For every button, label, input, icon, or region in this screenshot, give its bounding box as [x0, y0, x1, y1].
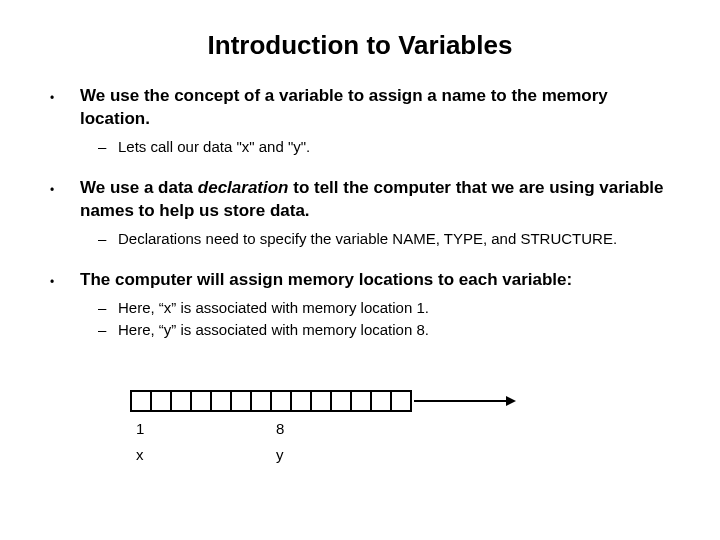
memory-cell: [290, 390, 312, 412]
memory-cell: [390, 390, 412, 412]
sub-text: Here, “y” is associated with memory loca…: [118, 320, 429, 340]
bullet-item: • We use the concept of a variable to as…: [50, 85, 670, 171]
memory-cell: [250, 390, 272, 412]
bullet-body: We use the concept of a variable to assi…: [80, 85, 670, 171]
memory-cell: [170, 390, 192, 412]
sub-item: – Here, “x” is associated with memory lo…: [98, 298, 670, 318]
bullet-marker: •: [50, 85, 80, 171]
bullet-item: • The computer will assign memory locati…: [50, 269, 670, 354]
variable-row: x y: [130, 446, 560, 466]
memory-cell: [330, 390, 352, 412]
memory-cell: [310, 390, 332, 412]
index-label: 1: [136, 420, 144, 437]
bullet-body: We use a data declaration to tell the co…: [80, 177, 670, 263]
variable-label: x: [136, 446, 144, 463]
sub-text: Declarations need to specify the variabl…: [118, 229, 617, 249]
variable-label: y: [276, 446, 284, 463]
memory-cell: [190, 390, 212, 412]
lead-text: The computer will assign memory location…: [80, 270, 572, 289]
sub-text: Lets call our data "x" and "y".: [118, 137, 310, 157]
memory-cell: [370, 390, 392, 412]
sub-list: – Here, “x” is associated with memory lo…: [80, 298, 670, 341]
sub-item: – Lets call our data "x" and "y".: [98, 137, 670, 157]
bullet-list: • We use the concept of a variable to as…: [50, 85, 670, 355]
lead-text-em: declaration: [198, 178, 289, 197]
dash-marker: –: [98, 137, 118, 157]
slide: Introduction to Variables • We use the c…: [0, 0, 720, 540]
sub-text: Here, “x” is associated with memory loca…: [118, 298, 429, 318]
dash-marker: –: [98, 229, 118, 249]
memory-diagram: 1 8 x y: [130, 390, 560, 466]
bullet-marker: •: [50, 177, 80, 263]
memory-cell: [350, 390, 372, 412]
bullet-marker: •: [50, 269, 80, 354]
sub-list: – Lets call our data "x" and "y".: [80, 137, 670, 157]
memory-cell: [270, 390, 292, 412]
index-row: 1 8: [130, 420, 560, 440]
bullet-lead: We use a data declaration to tell the co…: [80, 177, 670, 223]
memory-cell: [230, 390, 252, 412]
dash-marker: –: [98, 298, 118, 318]
dash-marker: –: [98, 320, 118, 340]
bullet-item: • We use a data declaration to tell the …: [50, 177, 670, 263]
bullet-lead: We use the concept of a variable to assi…: [80, 85, 670, 131]
memory-cells: [130, 390, 560, 412]
memory-cell: [150, 390, 172, 412]
sub-item: – Declarations need to specify the varia…: [98, 229, 670, 249]
bullet-lead: The computer will assign memory location…: [80, 269, 670, 292]
lead-text: We use the concept of a variable to assi…: [80, 86, 608, 128]
index-label: 8: [276, 420, 284, 437]
slide-title: Introduction to Variables: [50, 30, 670, 61]
memory-cell: [210, 390, 232, 412]
bullet-body: The computer will assign memory location…: [80, 269, 670, 354]
sub-item: – Here, “y” is associated with memory lo…: [98, 320, 670, 340]
lead-text-pre: We use a data: [80, 178, 198, 197]
arrow-right-icon: [414, 400, 514, 402]
memory-cell: [130, 390, 152, 412]
sub-list: – Declarations need to specify the varia…: [80, 229, 670, 249]
